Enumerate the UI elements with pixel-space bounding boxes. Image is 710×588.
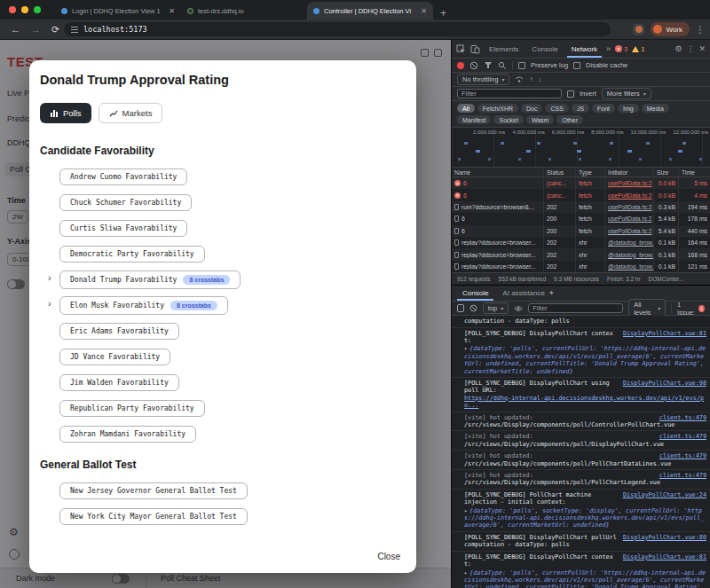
source-link[interactable]: DisplayPollChart.vue:81 [623,330,706,337]
console-message[interactable]: DisplayPollChart.vue:81 [POLL_SYNC_DEBUG… [452,551,710,588]
tab-markets[interactable]: Markets [99,103,163,123]
chip-fetch-xhr[interactable]: Fetch/XHR [477,104,518,113]
chip-doc[interactable]: Doc [521,104,542,113]
tab-console-drawer[interactable]: Console [457,286,493,301]
console-message[interactable]: client.ts:479 [vite] hot updated: /src/v… [452,450,710,469]
back-icon[interactable]: ← [11,24,20,35]
invert-checkbox[interactable] [567,90,574,98]
clear-console-icon[interactable] [469,304,477,312]
chip-socket[interactable]: Socket [493,115,523,124]
initiator-link[interactable]: @datadog_brow... [608,239,654,246]
console-message[interactable]: computation - dataType: polls [452,316,710,326]
source-link[interactable]: client.ts:479 [659,433,706,440]
console-messages[interactable]: computation - dataType: polls DisplayPol… [452,316,710,588]
ballot-button[interactable]: New York City Mayor General Ballot Test [59,508,248,525]
reload-icon[interactable]: ⟳ [51,24,59,35]
favorability-button[interactable]: Andrew Cuomo Favorability [59,169,187,185]
minimize-window-button[interactable] [21,6,28,13]
tab-ai-assistance[interactable]: AI assistance ✦ [497,286,559,301]
chip-js[interactable]: JS [572,104,589,113]
search-icon[interactable] [498,61,507,70]
profile-chip[interactable]: Work [651,22,690,36]
eye-icon[interactable] [514,305,523,312]
favorability-button[interactable]: Curtis Sliwa Favorability [59,220,187,237]
chip-font[interactable]: Font [592,104,615,113]
disclosure-icon[interactable]: ▸ [464,569,468,576]
issues-badge[interactable]: 1 Issue: 1 [677,301,705,317]
favorability-button[interactable]: JD Vance Favorability [59,349,170,365]
initiator-link[interactable]: usePollData.ts:2 [608,204,652,210]
network-table-header[interactable]: Name Status Type Initiator Size Time [452,168,710,177]
tab-network[interactable]: Network [567,40,602,58]
browser-tab-login[interactable]: Login | DDHQ Election View 1 ✕ [55,2,181,20]
source-link[interactable]: client.ts:479 [659,472,706,479]
extension-icon[interactable] [633,24,644,35]
console-message[interactable]: client.ts:479 [vite] hot updated: /src/v… [452,412,710,431]
expand-chevron-icon[interactable]: › [48,298,51,309]
browser-tab-testdrs[interactable]: test-drs.ddhq.io [181,2,307,20]
favorability-button[interactable]: Chuck Schumer Favorability [59,194,192,211]
browser-menu-icon[interactable]: ⋮ [696,25,705,35]
network-conditions-icon[interactable] [515,75,524,83]
more-filters-select[interactable]: More filters ▾ [602,88,651,99]
disclosure-icon[interactable]: ▸ [464,507,468,514]
favorability-button[interactable]: Eric Adams Favorability [59,323,179,340]
clear-icon[interactable] [469,61,478,70]
console-message[interactable]: DisplayPollChart.vue:81 [POLL_SYNC_DEBUG… [452,327,710,377]
favorability-button[interactable]: Democratic Party Favorability [59,246,205,263]
close-button[interactable]: Close [377,552,400,561]
browser-tab-controller[interactable]: Controller | DDHQ Election Vi ✕ [307,2,433,20]
source-link[interactable]: client.ts:479 [659,414,706,421]
console-message[interactable]: client.ts:479 [vite] hot updated: /src/v… [452,469,710,489]
table-row[interactable]: rum?ddsource=browser&... 202 fetch usePo… [452,201,710,213]
source-link[interactable]: DisplayPollChart.vue:80 [623,534,706,541]
chip-manifest[interactable]: Manifest [457,115,491,124]
url-link[interactable]: https://ddhq-internal-api.decisionsdeskh… [464,395,704,409]
preserve-log-checkbox[interactable] [518,62,525,69]
source-link[interactable]: DisplayPollChart.vue:98 [623,380,706,387]
devtools-menu-icon[interactable]: ⋮ [686,44,694,53]
table-row[interactable]: replay?ddsource=browser... 202 xhr @data… [452,261,710,272]
record-icon[interactable] [457,62,464,69]
inspect-element-icon[interactable] [456,44,466,54]
forward-icon[interactable]: → [31,24,41,35]
initiator-link[interactable]: usePollData.ts:2 [608,216,652,222]
disclosure-icon[interactable]: ▸ [464,345,468,352]
expand-chevron-icon[interactable]: › [48,272,51,283]
favorability-button[interactable]: Zohran Mamdani Favorability [59,426,196,443]
console-message[interactable]: DisplayPollChart.vue:80 [POLL_SYNC_DEBUG… [452,531,710,551]
initiator-link[interactable]: @datadog_brow... [608,263,654,270]
tab-polls[interactable]: Polls [40,103,91,123]
tab-close-icon[interactable]: ✕ [169,7,175,15]
devtools-settings-icon[interactable]: ⚙ [674,44,682,53]
initiator-link[interactable]: usePollData.ts:2 [608,192,652,199]
new-tab-button[interactable]: + [440,7,446,20]
console-filter-input[interactable] [528,303,623,313]
tab-elements[interactable]: Elements [485,40,523,58]
chip-img[interactable]: Img [618,104,639,113]
source-link[interactable]: DisplayPollChart.vue:24 [623,491,706,498]
throttling-select[interactable]: No throttling ▾ [457,74,509,85]
table-row[interactable]: ✕6 (canc... fetch usePollData.ts:2 0.0 k… [452,189,710,200]
warning-badge[interactable]: 1 [632,45,644,53]
table-row[interactable]: replay?ddsource=browser... 202 xhr @data… [452,248,710,260]
error-badge[interactable]: ✕3 [615,45,627,53]
chip-other[interactable]: Other [556,115,583,124]
favorability-button[interactable]: Republican Party Favorability [59,400,205,417]
more-panels-icon[interactable]: » [606,44,611,53]
maximize-window-button[interactable] [34,6,41,13]
disable-cache-checkbox[interactable] [573,62,580,69]
address-bar[interactable]: localhost:5173 [64,22,611,36]
console-message[interactable]: client.ts:479 [vite] hot updated: /src/v… [452,430,710,450]
console-sidebar-icon[interactable] [457,304,464,312]
chip-media[interactable]: Media [642,104,669,113]
site-info-icon[interactable] [71,27,78,33]
chip-all[interactable]: All [457,104,475,113]
favorability-button[interactable]: Jim Walden Favorability [59,374,179,391]
chip-css[interactable]: CSS [545,104,568,113]
devtools-close-icon[interactable]: ✕ [698,44,706,53]
close-window-button[interactable] [9,6,16,13]
initiator-link[interactable]: usePollData.ts:2 [608,228,652,234]
ballot-button[interactable]: New Jersey Governor General Ballot Test [59,482,248,499]
source-link[interactable]: DisplayPollChart.vue:81 [623,553,706,561]
